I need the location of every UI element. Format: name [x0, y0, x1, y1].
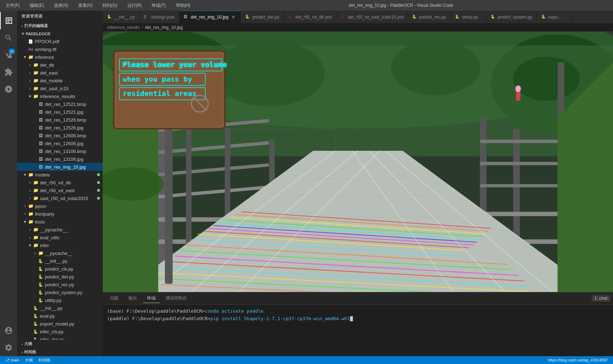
- tab-setup-py[interactable]: 🐍setup.py: [451, 11, 486, 23]
- tree-item-det-east[interactable]: ›📁det_east: [17, 69, 103, 77]
- tree-item-det-res-13106-jpg[interactable]: 🖼det_res_13106.jpg: [17, 155, 103, 163]
- activity-remote[interactable]: [0, 81, 17, 98]
- tree-item-det-sast-ic15[interactable]: ›📁det_sast_ic15: [17, 84, 103, 92]
- folder-icon: 📁: [28, 219, 34, 225]
- tree-item-det-res-img-10-jpg[interactable]: 🖼det_res_img_10.jpg: [17, 163, 103, 171]
- sidebar: 资源管理器 › 打开的编辑器 ∨ PADDLEOCR 📄PPOCR.pdfAas…: [17, 11, 103, 356]
- tab-predict_system-py[interactable]: 🐍predict_system.py: [486, 11, 537, 23]
- terminal-content[interactable]: (base) F:\Develop\paddle\PaddleOCR>conda…: [103, 305, 613, 356]
- terminal-instance-btn[interactable]: 1: cmd: [592, 295, 610, 302]
- tree-item-det-res-12526-bmp[interactable]: 🖼det_res_12526.bmp: [17, 116, 103, 124]
- status-link[interactable]: https://blog.csdn.net/qq_41814597: [546, 358, 609, 362]
- terminal-tab-problems[interactable]: 问题: [106, 294, 123, 303]
- tree-item-det-res-12606-jpg[interactable]: 🖼det_res_12606.jpg: [17, 139, 103, 147]
- tree-item-tools[interactable]: ▾📁tools: [17, 218, 103, 226]
- menu-help[interactable]: 帮助(H): [174, 2, 193, 9]
- tab-predict_det-py[interactable]: 🐍predict_det.py: [241, 11, 284, 23]
- breadcrumb-part-2[interactable]: det_res_img_10.jpg: [145, 25, 182, 30]
- tree-item-predict-cls-py[interactable]: 🐍predict_cls.py: [17, 265, 103, 273]
- svg-text:when you pass by: when you pass by: [123, 75, 192, 83]
- tree-item-inference-results[interactable]: ▾📁inference_results: [17, 92, 103, 100]
- status-outline[interactable]: 大纲: [24, 358, 34, 363]
- tree-item-eval-utils[interactable]: ›📁eval_utils: [17, 234, 103, 241]
- tree-item-det-res-12521-jpg[interactable]: 🖼det_res_12521.jpg: [17, 108, 103, 116]
- tree-item-det-db[interactable]: ›📁det_db: [17, 61, 103, 69]
- tab-expo---[interactable]: 🐍expo...: [537, 11, 573, 23]
- tree-item-thirdparty[interactable]: ›📁thirdparty: [17, 210, 103, 218]
- activity-account[interactable]: [0, 322, 17, 339]
- timeline-section[interactable]: › 时间线: [17, 348, 103, 356]
- tree-item-det-res-12521-bmp[interactable]: 🖼det_res_12521.bmp: [17, 100, 103, 108]
- tree-item-det-mobile[interactable]: ›📁det_mobile: [17, 77, 103, 84]
- tree-label: infer: [40, 243, 49, 248]
- tab-det_r50_vd_sast_icdar15-yml[interactable]: ⚙det_r50_vd_sast_icdar15.yml: [336, 11, 408, 23]
- svg-rect-28: [480, 184, 569, 187]
- terminal-tab-terminal[interactable]: 终端: [143, 294, 160, 303]
- tree-item-ppocr[interactable]: ›📁ppocr: [17, 202, 103, 210]
- tree-item-infer-det-py[interactable]: 🐍infer_det.py: [17, 335, 103, 340]
- menu-bar[interactable]: 文件(F) 编辑(E) 选择(S) 查看(V) 转到(G) 运行(R) 终端(T…: [4, 2, 192, 9]
- tab-close-btn[interactable]: ✕: [230, 14, 236, 20]
- tree-item-simfang-ttf[interactable]: Aasimfang.ttf: [17, 45, 103, 53]
- paddleocr-section[interactable]: ∨ PADDLEOCR: [17, 30, 103, 37]
- tab-icon: 🖼: [184, 15, 189, 20]
- tree-item-eval-py[interactable]: 🐍eval.py: [17, 312, 103, 320]
- status-branch[interactable]: ⎇ main: [4, 358, 21, 363]
- menu-select[interactable]: 选择(S): [52, 2, 70, 9]
- activity-explorer[interactable]: [0, 12, 17, 29]
- tree-item-infer[interactable]: ▾📁infer: [17, 241, 103, 249]
- tree-label: det_res_12606.bmp: [45, 133, 86, 138]
- tree-item-sast-r50-vd-icdar2015[interactable]: ›📁sast_r50_vd_icdar2015: [17, 194, 103, 202]
- tree-item-models[interactable]: ▾📁models: [17, 171, 103, 179]
- menu-terminal[interactable]: 终端(T): [150, 2, 168, 9]
- tree-item-PPOCR-pdf[interactable]: 📄PPOCR.pdf: [17, 37, 103, 45]
- folder-icon: 📁: [33, 180, 39, 185]
- breadcrumb-part-1[interactable]: inference_results: [107, 25, 140, 30]
- tab-det_res_img_10-jpg[interactable]: 🖼det_res_img_10.jpg✕: [179, 11, 241, 23]
- tree-item---init---py[interactable]: 🐍__init__.py: [17, 304, 103, 312]
- tree-arrow: ▾: [22, 219, 28, 225]
- tree-item---init---py[interactable]: 🐍__init__.py: [17, 257, 103, 265]
- activity-settings[interactable]: [0, 339, 17, 356]
- file-icon: 🖼: [38, 133, 44, 138]
- folder-icon: 📁: [33, 70, 39, 76]
- menu-edit[interactable]: 编辑(E): [27, 2, 46, 9]
- tree-item-predict-system-py[interactable]: 🐍predict_system.py: [17, 288, 103, 296]
- menu-view[interactable]: 查看(V): [76, 2, 95, 9]
- file-icon: 🖼: [38, 164, 44, 170]
- activity-source-control[interactable]: 32: [0, 46, 17, 63]
- tree-item-infer-cls-py[interactable]: 🐍infer_cls.py: [17, 328, 103, 335]
- window-title: det_res_img_10.jpg - PaddleOCR - Visual …: [192, 3, 609, 8]
- tree-item-inference[interactable]: ▾📁inference: [17, 53, 103, 61]
- tree-item-det-r50-vd-east[interactable]: ›📁det_r50_vd_east: [17, 186, 103, 194]
- tree-item-export-model-py[interactable]: 🐍export_model.py: [17, 320, 103, 328]
- tree-item-predict-rec-py[interactable]: 🐍predict_rec.py: [17, 281, 103, 288]
- terminal-tab-debug[interactable]: 调试控制台: [161, 294, 191, 303]
- tree-item---pycache--[interactable]: ›📁__pycache__: [17, 249, 103, 257]
- open-editors-section[interactable]: › 打开的编辑器: [17, 22, 103, 30]
- tree-item-predict-det-py[interactable]: 🐍predict_det.py: [17, 273, 103, 281]
- tree-item-det-res-13106-bmp[interactable]: 🖼det_res_13106.bmp: [17, 147, 103, 155]
- terminal-tab-output[interactable]: 输出: [124, 294, 141, 303]
- tree-item-det-r50-vd-db[interactable]: ›📁det_r50_vd_db: [17, 179, 103, 186]
- menu-goto[interactable]: 转到(G): [100, 2, 119, 9]
- status-timeline[interactable]: 时间线: [37, 358, 52, 363]
- tree-arrow: ›: [27, 195, 33, 201]
- tree-label: predict_rec.py: [45, 282, 74, 287]
- tree-item-det-res-12606-bmp[interactable]: 🖼det_res_12606.bmp: [17, 132, 103, 139]
- folder-icon: 📁: [33, 62, 39, 68]
- tab-predict_rec-py[interactable]: 🐍predict_rec.py: [408, 11, 451, 23]
- activity-extensions[interactable]: [0, 63, 17, 81]
- chevron-right-icon: ›: [21, 24, 23, 28]
- tree-item---pycache--[interactable]: ›📁__pycache__: [17, 226, 103, 234]
- tree-item-det-res-12526-jpg[interactable]: 🖼det_res_12526.jpg: [17, 124, 103, 132]
- outline-section[interactable]: › 大纲: [17, 340, 103, 348]
- tab-settings-json[interactable]: {}settings.json: [140, 11, 179, 23]
- tree-item-utility-py[interactable]: 🐍utility.py: [17, 296, 103, 304]
- tab-__init__-py[interactable]: 🐍__init__.py: [103, 11, 140, 23]
- menu-file[interactable]: 文件(F): [4, 2, 22, 9]
- tab-det_r50_vd_db-yml[interactable]: ⚙det_r50_vd_db.yml: [284, 11, 336, 23]
- menu-run[interactable]: 运行(R): [125, 2, 144, 9]
- activity-search[interactable]: [0, 29, 17, 46]
- tree-label: simfang.ttf: [35, 47, 56, 52]
